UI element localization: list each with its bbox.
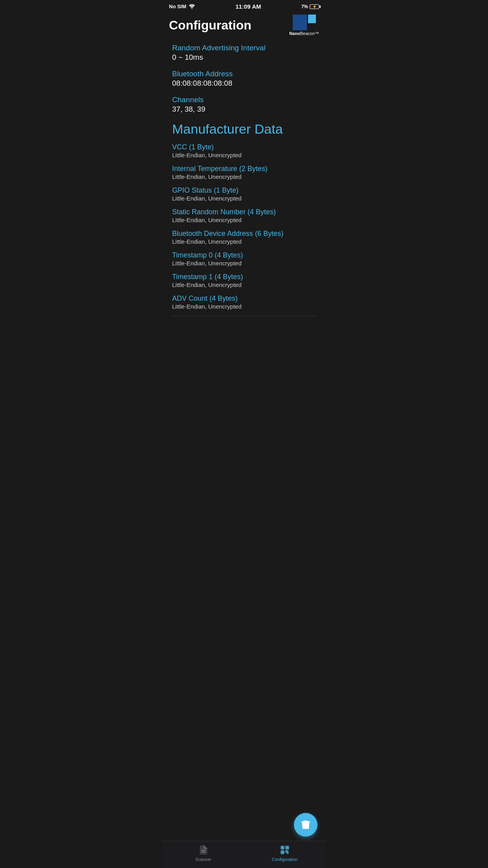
svg-point-0 (191, 8, 192, 9)
config-item-1: Bluetooth Address 08:08:08:08:08:08 (172, 70, 316, 88)
data-item-bda: Bluetooth Device Address (6 Bytes) Littl… (172, 230, 316, 245)
data-item-bda-label: Bluetooth Device Address (6 Bytes) (172, 230, 316, 238)
data-item-temp-value: Little-Endian, Unencrypted (172, 173, 316, 180)
config-value-0: 0 ~ 10ms (172, 53, 316, 62)
status-left: No SIM (169, 4, 195, 9)
content-divider (172, 316, 316, 316)
data-item-ts0: Timestamp 0 (4 Bytes) Little-Endian, Une… (172, 251, 316, 267)
carrier-label: No SIM (169, 4, 186, 9)
data-item-ts0-label: Timestamp 0 (4 Bytes) (172, 251, 316, 259)
data-item-temp: Internal Temperature (2 Bytes) Little-En… (172, 165, 316, 180)
config-label-1: Bluetooth Address (172, 70, 316, 78)
manufacturer-title: Manufacturer Data (172, 121, 316, 137)
data-item-gpio-value: Little-Endian, Unencrypted (172, 195, 316, 202)
logo-bold: Nano (289, 31, 300, 36)
config-value-1: 08:08:08:08:08:08 (172, 79, 316, 88)
status-bar: No SIM 11:09 AM 7% ⚡ (163, 0, 325, 11)
logo-block-light (308, 15, 316, 23)
config-item-0: Random Advertising Interval 0 ~ 10ms (172, 44, 316, 62)
data-item-vcc-value: Little-Endian, Unencrypted (172, 152, 316, 158)
data-item-ts0-value: Little-Endian, Unencrypted (172, 260, 316, 267)
battery-bolt-icon: ⚡ (312, 5, 317, 9)
data-item-gpio: GPIO Status (1 Byte) Little-Endian, Unen… (172, 186, 316, 202)
wifi-icon (189, 4, 195, 9)
battery-percent: 7% (301, 4, 308, 9)
logo-blocks (293, 15, 316, 30)
logo-text: NanoBeacon™ (289, 31, 319, 36)
data-item-gpio-label: GPIO Status (1 Byte) (172, 186, 316, 195)
data-item-srn: Static Random Number (4 Bytes) Little-En… (172, 208, 316, 223)
battery-container: ⚡ (310, 4, 319, 9)
data-item-srn-value: Little-Endian, Unencrypted (172, 217, 316, 223)
data-item-ts1-label: Timestamp 1 (4 Bytes) (172, 273, 316, 281)
data-item-srn-label: Static Random Number (4 Bytes) (172, 208, 316, 216)
data-item-temp-label: Internal Temperature (2 Bytes) (172, 165, 316, 173)
status-right: 7% ⚡ (301, 4, 319, 9)
config-label-2: Channels (172, 96, 316, 104)
data-item-vcc-label: VCC (1 Byte) (172, 143, 316, 151)
page-title: Configuration (169, 18, 251, 33)
data-item-ts1: Timestamp 1 (4 Bytes) Little-Endian, Une… (172, 273, 316, 288)
config-item-2: Channels 37, 38, 39 (172, 96, 316, 114)
data-item-adv: ADV Count (4 Bytes) Little-Endian, Unenc… (172, 294, 316, 310)
header: Configuration NanoBeacon™ (163, 11, 325, 40)
content-area: Random Advertising Interval 0 ~ 10ms Blu… (163, 40, 325, 359)
status-time: 11:09 AM (235, 3, 261, 10)
logo-block-dark (293, 15, 307, 30)
battery-icon: ⚡ (310, 4, 319, 9)
battery-fill (310, 5, 311, 8)
config-value-2: 37, 38, 39 (172, 105, 316, 114)
data-item-bda-value: Little-Endian, Unencrypted (172, 238, 316, 245)
data-item-adv-label: ADV Count (4 Bytes) (172, 294, 316, 303)
data-item-ts1-value: Little-Endian, Unencrypted (172, 281, 316, 288)
logo-container: NanoBeacon™ (289, 15, 319, 36)
config-label-0: Random Advertising Interval (172, 44, 316, 52)
manufacturer-section: Manufacturer Data VCC (1 Byte) Little-En… (172, 121, 316, 310)
data-item-adv-value: Little-Endian, Unencrypted (172, 303, 316, 310)
data-item-vcc: VCC (1 Byte) Little-Endian, Unencrypted (172, 143, 316, 158)
